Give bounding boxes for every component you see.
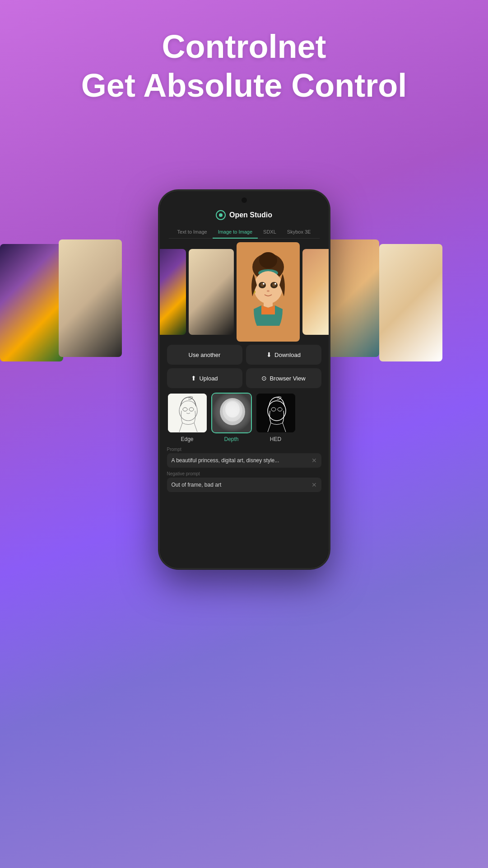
svg-point-10 [263, 283, 265, 285]
svg-rect-22 [212, 394, 252, 433]
use-another-label: Use another [189, 352, 221, 358]
action-buttons: Use another ⬇ Download ⬆ Upload ⊙ Browse… [160, 345, 329, 388]
browser-view-label: Browser View [270, 375, 305, 382]
download-label: Download [274, 352, 301, 358]
app-title: Open Studio [229, 211, 272, 219]
hero-section: Controlnet Get Absolute Control [0, 27, 488, 105]
hero-line2: Get Absolute Control [0, 66, 488, 105]
download-button[interactable]: ⬇ Download [246, 345, 321, 365]
hed-thumb [256, 393, 296, 433]
upload-icon: ⬆ [191, 375, 196, 382]
prompt-label: Prompt [167, 447, 321, 452]
app-logo-icon [216, 210, 226, 220]
gallery-item-2 [59, 239, 122, 357]
edge-thumb [167, 393, 208, 433]
phone-gallery [160, 239, 329, 345]
tabs-row: Text to Image Image to Image SDXL Skybox… [169, 225, 320, 239]
control-type-edge[interactable]: Edge [167, 393, 208, 442]
phone-camera [242, 197, 247, 203]
svg-point-4 [254, 271, 283, 304]
phone-mockup: Open Studio Text to Image Image to Image… [158, 190, 330, 569]
tab-sdxl[interactable]: SDXL [258, 225, 282, 238]
negative-prompt-label: Negative prompt [167, 471, 321, 476]
upload-label: Upload [199, 375, 218, 382]
depth-thumb [211, 393, 252, 433]
negative-prompt-input-row[interactable]: Out of frame, bad art ✕ [167, 478, 321, 492]
depth-label: Depth [224, 436, 238, 442]
negative-prompt-field: Negative prompt Out of frame, bad art ✕ [167, 471, 321, 492]
svg-point-11 [274, 283, 276, 285]
use-another-button[interactable]: Use another [167, 345, 242, 365]
prompt-text: A beautiful princess, digital art, disne… [172, 457, 308, 464]
edge-sketch-preview [168, 394, 207, 432]
phone-screen: Open Studio Text to Image Image to Image… [160, 191, 329, 568]
control-types: Edge [160, 388, 329, 442]
negative-prompt-clear-button[interactable]: ✕ [311, 481, 317, 488]
btn-row-2: ⬆ Upload ⊙ Browser View [167, 368, 321, 388]
tab-skybox[interactable]: Skybox 3E [282, 225, 316, 238]
negative-prompt-text: Out of frame, bad art [172, 482, 308, 488]
download-icon: ⬇ [266, 351, 272, 358]
tab-image-to-image[interactable]: Image to Image [213, 225, 258, 238]
control-type-hed[interactable]: HED [256, 393, 296, 442]
svg-point-2 [259, 252, 277, 268]
svg-rect-23 [256, 394, 296, 433]
tab-text-to-image[interactable]: Text to Image [172, 225, 213, 238]
gallery-item-4 [379, 244, 442, 361]
hed-preview [256, 394, 295, 432]
prompt-clear-button[interactable]: ✕ [311, 457, 317, 464]
phone-gallery-item-main [237, 242, 300, 342]
prompt-field: Prompt A beautiful princess, digital art… [167, 447, 321, 468]
gallery-item-1 [0, 244, 63, 361]
prompts-section: Prompt A beautiful princess, digital art… [160, 442, 329, 492]
btn-row-1: Use another ⬇ Download [167, 345, 321, 365]
phone-gallery-item-1 [160, 249, 186, 335]
prompt-input-row[interactable]: A beautiful princess, digital art, disne… [167, 453, 321, 468]
app-logo-row: Open Studio [169, 210, 320, 220]
depth-preview [212, 394, 251, 433]
control-type-depth[interactable]: Depth [211, 393, 252, 442]
svg-point-12 [267, 290, 270, 292]
edge-label: Edge [181, 436, 193, 442]
phone-gallery-item-2 [189, 249, 234, 335]
upload-button[interactable]: ⬆ Upload [167, 368, 242, 388]
phone-shell: Open Studio Text to Image Image to Image… [158, 190, 330, 569]
hed-label: HED [270, 436, 281, 442]
hero-line1: Controlnet [0, 27, 488, 66]
phone-gallery-item-4 [302, 249, 329, 335]
browser-view-button[interactable]: ⊙ Browser View [246, 368, 321, 388]
browser-icon: ⊙ [261, 375, 267, 382]
